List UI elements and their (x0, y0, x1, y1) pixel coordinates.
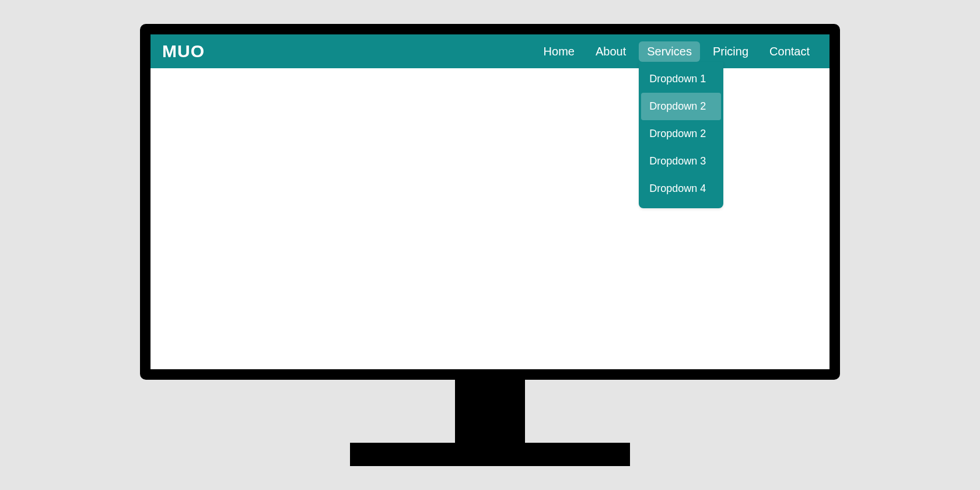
nav-item-pricing[interactable]: Pricing (705, 41, 757, 62)
dropdown-item[interactable]: Dropdown 2 (641, 93, 721, 120)
nav-item-contact[interactable]: Contact (761, 41, 818, 62)
site-logo[interactable]: MUO (162, 41, 205, 61)
monitor-stand-neck (455, 379, 525, 443)
dropdown-item[interactable]: Dropdown 4 (639, 175, 723, 202)
nav-item-label: Pricing (713, 45, 748, 58)
nav-item-label: Home (544, 45, 575, 58)
monitor-frame: MUO HomeAboutServicesDropdown 1Dropdown … (140, 24, 840, 466)
dropdown-item[interactable]: Dropdown 3 (639, 148, 723, 175)
dropdown-item[interactable]: Dropdown 1 (639, 65, 723, 93)
nav-item-about[interactable]: About (587, 41, 634, 62)
nav-item-services[interactable]: ServicesDropdown 1Dropdown 2Dropdown 2Dr… (639, 41, 700, 62)
monitor-stand-base (350, 443, 630, 466)
dropdown-menu: Dropdown 1Dropdown 2Dropdown 2Dropdown 3… (639, 62, 723, 208)
nav-item-label: Services (647, 45, 692, 58)
nav-item-label: Contact (769, 45, 810, 58)
navbar: MUO HomeAboutServicesDropdown 1Dropdown … (150, 34, 830, 68)
nav-item-label: About (596, 45, 626, 58)
screen: MUO HomeAboutServicesDropdown 1Dropdown … (150, 34, 830, 369)
monitor-bezel: MUO HomeAboutServicesDropdown 1Dropdown … (140, 24, 840, 380)
dropdown-item[interactable]: Dropdown 2 (639, 120, 723, 148)
nav-items: HomeAboutServicesDropdown 1Dropdown 2Dro… (536, 41, 818, 62)
nav-item-home[interactable]: Home (536, 41, 583, 62)
